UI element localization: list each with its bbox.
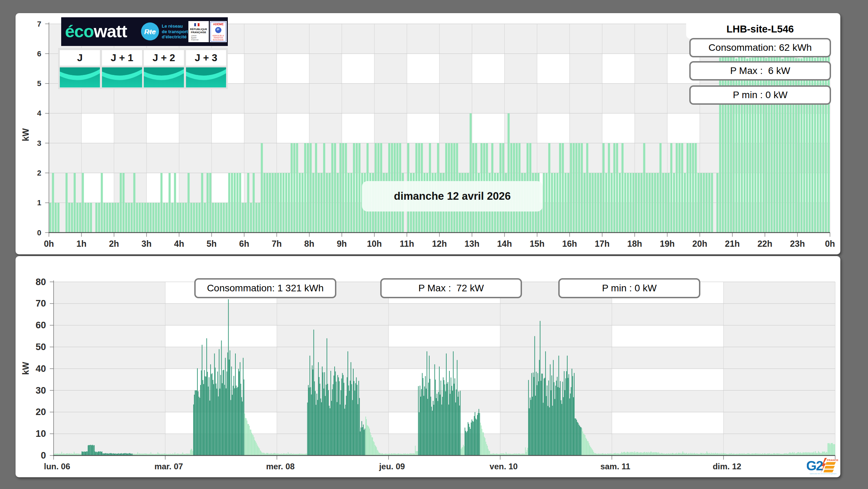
- svg-text:sam. 11: sam. 11: [600, 462, 631, 471]
- svg-text:ven. 10: ven. 10: [489, 462, 517, 471]
- svg-text:AGENCE DE LA: AGENCE DE LA: [213, 35, 224, 37]
- svg-text:5: 5: [37, 79, 41, 88]
- svg-text:8h: 8h: [304, 239, 314, 248]
- svg-text:1h: 1h: [76, 239, 86, 248]
- svg-text:21h: 21h: [725, 239, 740, 248]
- svg-text:20: 20: [36, 407, 46, 417]
- svg-text:10: 10: [36, 429, 46, 439]
- svg-text:7: 7: [37, 20, 41, 28]
- svg-text:dim. 12: dim. 12: [713, 462, 741, 471]
- svg-text:17h: 17h: [595, 239, 609, 248]
- svg-text:22h: 22h: [757, 239, 772, 248]
- svg-text:7h: 7h: [272, 239, 282, 248]
- svg-text:lun. 06: lun. 06: [44, 462, 70, 471]
- svg-text:G2: G2: [807, 458, 823, 473]
- svg-text:0: 0: [41, 450, 46, 461]
- svg-text:19h: 19h: [660, 239, 675, 248]
- svg-text:kW: kW: [21, 128, 30, 141]
- svg-text:11h: 11h: [400, 239, 414, 248]
- svg-text:0: 0: [37, 228, 41, 237]
- svg-text:ÉCOLOGIQUE: ÉCOLOGIQUE: [213, 39, 223, 41]
- svg-text:5h: 5h: [207, 239, 217, 248]
- svg-text:2: 2: [37, 169, 41, 177]
- svg-text:20h: 20h: [692, 239, 707, 248]
- svg-text:3: 3: [37, 139, 41, 148]
- svg-text:Optimisation des ressources én: Optimisation des ressources énergétiques: [810, 473, 837, 474]
- svg-text:mer. 08: mer. 08: [266, 462, 295, 471]
- svg-text:23h: 23h: [790, 239, 805, 248]
- svg-text:14h: 14h: [497, 239, 512, 248]
- svg-text:50: 50: [36, 342, 46, 352]
- svg-text:mar. 07: mar. 07: [155, 462, 183, 471]
- svg-text:16h: 16h: [562, 239, 577, 248]
- svg-text:FRANÇAISE: FRANÇAISE: [191, 31, 206, 34]
- svg-text:2h: 2h: [109, 239, 119, 248]
- svg-text:70: 70: [36, 298, 46, 309]
- svg-text:FRANCE: FRANCE: [827, 459, 839, 462]
- svg-text:RÉPUBLIQUE: RÉPUBLIQUE: [190, 28, 207, 31]
- svg-text:10h: 10h: [367, 239, 382, 248]
- svg-text:60: 60: [36, 320, 46, 330]
- svg-text:Fraternité: Fraternité: [191, 39, 199, 41]
- svg-text:40: 40: [36, 364, 46, 374]
- svg-text:18h: 18h: [627, 239, 642, 248]
- svg-text:TRANSITION: TRANSITION: [214, 37, 223, 39]
- svg-text:13h: 13h: [465, 239, 479, 248]
- svg-text:3h: 3h: [141, 239, 151, 248]
- svg-text:4: 4: [37, 109, 41, 117]
- svg-text:0h: 0h: [825, 239, 835, 248]
- svg-text:0h: 0h: [44, 239, 54, 248]
- svg-text:30: 30: [36, 385, 46, 396]
- svg-text:1: 1: [37, 198, 41, 207]
- svg-text:ADEME: ADEME: [213, 22, 224, 26]
- svg-text:15h: 15h: [530, 239, 544, 248]
- svg-text:80: 80: [36, 277, 46, 287]
- svg-text:jeu. 09: jeu. 09: [379, 462, 405, 471]
- svg-text:12h: 12h: [432, 239, 447, 248]
- svg-text:6: 6: [37, 49, 41, 58]
- svg-text:6h: 6h: [239, 239, 249, 248]
- svg-text:9h: 9h: [337, 239, 347, 248]
- svg-text:4h: 4h: [174, 239, 184, 248]
- svg-text:kW: kW: [21, 362, 30, 375]
